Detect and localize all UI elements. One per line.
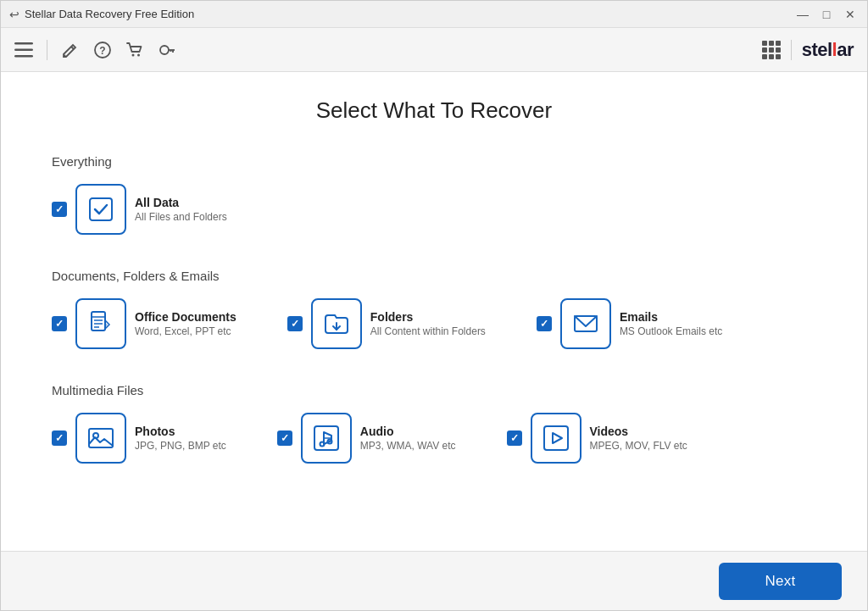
section-everything: Everything ✓ All Data All Files and Fold… bbox=[52, 154, 816, 235]
item-group-folders: ✓ Folders All Content within Folders bbox=[287, 298, 486, 349]
desc-emails: MS Outlook Emails etc bbox=[620, 325, 722, 337]
items-row-everything: ✓ All Data All Files and Folders bbox=[52, 184, 816, 235]
name-videos: Videos bbox=[590, 425, 687, 438]
toolbar: ? stellar bbox=[1, 28, 867, 72]
close-button[interactable]: ✕ bbox=[842, 6, 859, 23]
key-icon[interactable] bbox=[158, 41, 176, 59]
name-folders: Folders bbox=[370, 310, 486, 324]
svg-text:?: ? bbox=[99, 44, 105, 56]
app-title: Stellar Data Recovery Free Edition bbox=[25, 8, 194, 20]
svg-rect-0 bbox=[14, 42, 33, 45]
svg-rect-1 bbox=[14, 48, 33, 51]
menu-icon[interactable] bbox=[14, 42, 33, 58]
title-bar-left: ↩ Stellar Data Recovery Free Edition bbox=[9, 8, 194, 21]
checkmark-emails: ✓ bbox=[540, 318, 548, 330]
svg-point-9 bbox=[160, 46, 169, 54]
section-label-docs: Documents, Folders & Emails bbox=[52, 269, 816, 283]
checkbox-videos[interactable]: ✓ bbox=[507, 430, 522, 446]
name-officedocs: Office Documents bbox=[135, 310, 236, 324]
info-photos: Photos JPG, PNG, BMP etc bbox=[135, 425, 226, 452]
videos-icon bbox=[542, 424, 570, 453]
back-icon: ↩ bbox=[9, 8, 19, 21]
svg-point-7 bbox=[132, 53, 135, 56]
audio-icon: audio note bbox=[312, 424, 341, 453]
checkmark-officedocs: ✓ bbox=[55, 318, 64, 330]
item-group-audio: ✓ audio note Audio MP3, WMA, WAV etc bbox=[277, 413, 456, 464]
item-group-emails: ✓ Emails MS Outlook Emails etc bbox=[537, 298, 722, 349]
card-audio: audio note bbox=[301, 413, 352, 464]
svg-rect-27 bbox=[544, 426, 568, 450]
svg-point-8 bbox=[137, 53, 140, 56]
toolbar-divider-2 bbox=[791, 40, 792, 60]
card-officedocs: ≡ bbox=[75, 298, 126, 349]
card-folders bbox=[311, 298, 362, 349]
checkbox-folders[interactable]: ✓ bbox=[287, 316, 303, 331]
section-docs: Documents, Folders & Emails ✓ ≡ bbox=[52, 269, 816, 349]
main-content: Select What To Recover Everything ✓ All … bbox=[1, 72, 867, 551]
svg-rect-2 bbox=[14, 55, 33, 58]
checkmark-alldata: ✓ bbox=[55, 203, 64, 215]
photos-icon bbox=[86, 424, 115, 453]
svg-rect-13 bbox=[90, 198, 112, 220]
folders-icon bbox=[322, 309, 351, 338]
bottom-bar: Next bbox=[1, 551, 867, 610]
item-group-officedocs: ✓ ≡ Office Documents Word, Excel bbox=[52, 298, 236, 349]
info-videos: Videos MPEG, MOV, FLV etc bbox=[590, 425, 687, 452]
section-multimedia: Multimedia Files ✓ Photos JPG, PNG, BMP … bbox=[52, 383, 816, 464]
name-photos: Photos bbox=[135, 425, 226, 438]
cart-icon[interactable] bbox=[125, 41, 144, 59]
pen-icon[interactable] bbox=[61, 41, 80, 59]
items-row-multimedia: ✓ Photos JPG, PNG, BMP etc ✓ bbox=[52, 413, 816, 464]
info-officedocs: Office Documents Word, Excel, PPT etc bbox=[135, 310, 236, 337]
toolbar-left: ? bbox=[14, 40, 176, 60]
svg-marker-28 bbox=[553, 433, 562, 443]
maximize-button[interactable]: □ bbox=[818, 6, 835, 23]
card-alldata bbox=[75, 184, 126, 235]
desc-audio: MP3, WMA, WAV etc bbox=[360, 440, 456, 452]
svg-point-25 bbox=[320, 442, 324, 447]
svg-rect-21 bbox=[89, 429, 113, 447]
checkmark-videos: ✓ bbox=[510, 432, 519, 444]
page-title: Select What To Recover bbox=[52, 97, 816, 124]
checkbox-officedocs[interactable]: ✓ bbox=[52, 316, 67, 331]
info-emails: Emails MS Outlook Emails etc bbox=[620, 310, 722, 337]
svg-line-3 bbox=[71, 47, 74, 49]
help-icon[interactable]: ? bbox=[93, 41, 112, 59]
card-emails bbox=[560, 298, 611, 349]
checkmark-photos: ✓ bbox=[55, 432, 64, 444]
alldata-icon bbox=[86, 195, 115, 224]
info-alldata: All Data All Files and Folders bbox=[135, 196, 227, 223]
desc-folders: All Content within Folders bbox=[370, 325, 486, 337]
desc-officedocs: Word, Excel, PPT etc bbox=[135, 325, 236, 337]
name-emails: Emails bbox=[620, 310, 722, 324]
desc-alldata: All Files and Folders bbox=[135, 211, 227, 223]
next-button[interactable]: Next bbox=[719, 563, 842, 600]
info-folders: Folders All Content within Folders bbox=[370, 310, 486, 337]
section-label-multimedia: Multimedia Files bbox=[52, 383, 816, 397]
toolbar-divider bbox=[47, 40, 47, 60]
section-label-everything: Everything bbox=[52, 154, 816, 169]
title-bar: ↩ Stellar Data Recovery Free Edition — □… bbox=[1, 1, 867, 28]
card-photos bbox=[75, 413, 126, 464]
name-alldata: All Data bbox=[135, 196, 227, 209]
checkbox-alldata[interactable]: ✓ bbox=[52, 202, 67, 217]
card-videos bbox=[531, 413, 581, 464]
svg-text:≡: ≡ bbox=[105, 322, 108, 327]
info-audio: Audio MP3, WMA, WAV etc bbox=[360, 425, 456, 452]
checkbox-photos[interactable]: ✓ bbox=[52, 430, 67, 446]
item-group-videos: ✓ Videos MPEG, MOV, FLV etc bbox=[507, 413, 687, 464]
title-bar-controls: — □ ✕ bbox=[794, 6, 859, 23]
desc-videos: MPEG, MOV, FLV etc bbox=[590, 440, 687, 452]
emails-icon bbox=[571, 309, 600, 338]
desc-photos: JPG, PNG, BMP etc bbox=[135, 440, 226, 452]
items-row-docs: ✓ ≡ Office Documents Word, Excel bbox=[52, 298, 816, 349]
checkbox-emails[interactable]: ✓ bbox=[537, 316, 552, 331]
checkmark-audio: ✓ bbox=[281, 432, 289, 444]
officedocs-icon: ≡ bbox=[86, 309, 115, 338]
item-group-alldata: ✓ All Data All Files and Folders bbox=[52, 184, 227, 235]
checkbox-audio[interactable]: ✓ bbox=[277, 430, 292, 446]
minimize-button[interactable]: — bbox=[794, 6, 811, 23]
apps-icon[interactable] bbox=[762, 41, 781, 59]
toolbar-right: stellar bbox=[762, 39, 854, 61]
checkmark-folders: ✓ bbox=[291, 318, 299, 330]
